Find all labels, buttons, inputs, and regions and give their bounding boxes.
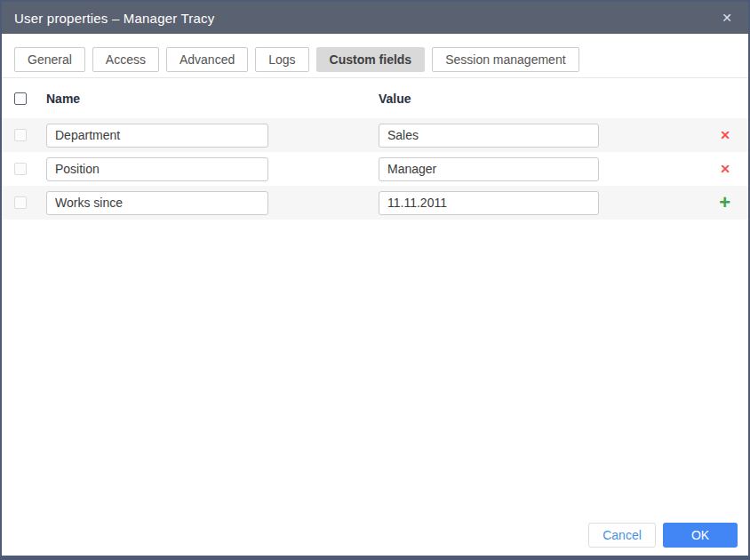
ok-button[interactable]: OK [663, 523, 738, 548]
name-input[interactable] [46, 157, 268, 181]
name-input[interactable] [46, 124, 268, 148]
add-row-icon[interactable]: + [719, 193, 738, 212]
tab-custom-fields[interactable]: Custom fields [316, 47, 426, 72]
user-properties-dialog: User properties – Manager Tracy ✕ Genera… [0, 0, 750, 560]
row-checkbox[interactable] [14, 196, 27, 209]
value-input[interactable] [379, 191, 599, 215]
row-checkbox[interactable] [14, 163, 27, 175]
delete-row-icon[interactable]: ✕ [720, 129, 738, 141]
column-header-name: Name [46, 92, 379, 106]
delete-row-icon[interactable]: ✕ [720, 163, 738, 175]
tab-access[interactable]: Access [92, 47, 159, 72]
tab-bar: General Access Advanced Logs Custom fiel… [14, 47, 738, 72]
value-input[interactable] [379, 157, 599, 181]
table-row: ✕ [2, 118, 748, 152]
cancel-button[interactable]: Cancel [588, 523, 656, 548]
column-header-value: Value [379, 92, 599, 106]
dialog-footer: Cancel OK [2, 523, 748, 556]
content-spacer [2, 220, 748, 523]
table-row: ✕ [2, 152, 748, 186]
name-input[interactable] [46, 191, 268, 215]
value-input[interactable] [379, 124, 599, 148]
row-checkbox[interactable] [14, 129, 27, 141]
table-header-row: Name Value [2, 78, 748, 118]
table-row: + [2, 186, 748, 220]
tab-general[interactable]: General [14, 47, 85, 72]
tab-advanced[interactable]: Advanced [166, 47, 248, 72]
tab-session-management[interactable]: Session management [432, 47, 578, 72]
dialog-title: User properties – Manager Tracy [14, 11, 214, 26]
close-icon[interactable]: ✕ [718, 10, 736, 26]
dialog-titlebar: User properties – Manager Tracy ✕ [2, 2, 748, 34]
select-all-checkbox[interactable] [14, 92, 27, 105]
tab-logs[interactable]: Logs [255, 47, 308, 72]
